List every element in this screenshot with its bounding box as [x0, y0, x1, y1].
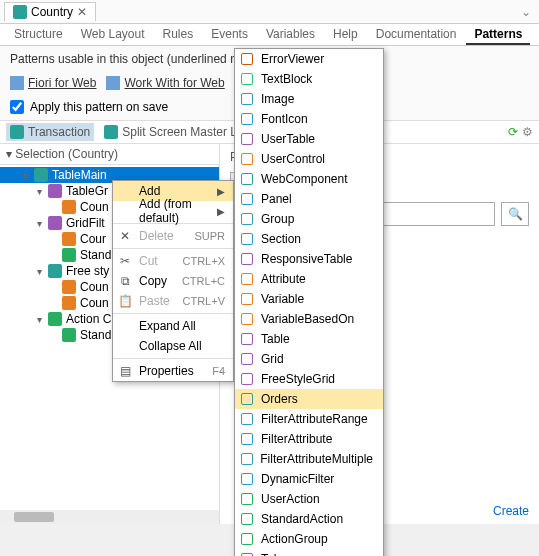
- toolbar-item-label: Transaction: [28, 125, 90, 139]
- add-item-section[interactable]: Section: [235, 229, 383, 249]
- tree-item-label: Coun: [80, 280, 109, 294]
- add-item-label: FilterAttributeMultiple: [260, 452, 373, 466]
- expand-icon[interactable]: ▾: [34, 218, 44, 229]
- ctx-icon: ✕: [117, 229, 133, 243]
- expand-icon[interactable]: ▾: [34, 266, 44, 277]
- type-icon: [239, 212, 255, 226]
- add-item-label: Grid: [261, 352, 284, 366]
- tab-structure[interactable]: Structure: [6, 24, 71, 45]
- type-icon: [239, 132, 255, 146]
- expand-icon[interactable]: ▾: [20, 170, 30, 181]
- pattern-link[interactable]: Work With for Web: [106, 76, 224, 90]
- instance-icon: [104, 125, 118, 139]
- tab-variables[interactable]: Variables: [258, 24, 323, 45]
- tree-item-label: Free sty: [66, 264, 109, 278]
- ctx-expand-all[interactable]: Expand All: [113, 316, 233, 336]
- add-item-label: Variable: [261, 292, 304, 306]
- ctx-properties[interactable]: ▤PropertiesF4: [113, 361, 233, 381]
- node-icon: [62, 296, 76, 310]
- add-item-orders[interactable]: Orders: [235, 389, 383, 409]
- add-item-filterattribute[interactable]: FilterAttribute: [235, 429, 383, 449]
- add-item-webcomponent[interactable]: WebComponent: [235, 169, 383, 189]
- apply-label: Apply this pattern on save: [30, 100, 168, 114]
- add-item-usertable[interactable]: UserTable: [235, 129, 383, 149]
- ctx-shortcut: F4: [212, 365, 225, 377]
- type-icon: [239, 332, 255, 346]
- ctx-icon: ✂: [117, 254, 133, 268]
- tree-item-label: Action C: [66, 312, 111, 326]
- add-item-label: UserControl: [261, 152, 325, 166]
- add-item-attribute[interactable]: Attribute: [235, 269, 383, 289]
- add-item-label: Image: [261, 92, 294, 106]
- add-item-usercontrol[interactable]: UserControl: [235, 149, 383, 169]
- document-tab-bar: Country ✕ ⌄: [0, 0, 539, 24]
- pattern-icon: [10, 76, 24, 90]
- tab-patterns[interactable]: Patterns: [466, 24, 530, 45]
- apply-checkbox[interactable]: [10, 100, 24, 114]
- add-item-actiongroup[interactable]: ActionGroup: [235, 529, 383, 549]
- add-item-grid[interactable]: Grid: [235, 349, 383, 369]
- type-icon: [239, 232, 255, 246]
- tab-documentation[interactable]: Documentation: [368, 24, 465, 45]
- ctx-label: Delete: [139, 229, 188, 243]
- toolbar-item[interactable]: Split Screen Master List: [100, 123, 253, 141]
- add-item-panel[interactable]: Panel: [235, 189, 383, 209]
- add-item-tabs[interactable]: Tabs: [235, 549, 383, 556]
- ctx-copy[interactable]: ⧉CopyCTRL+C: [113, 271, 233, 291]
- add-item-freestylegrid[interactable]: FreeStyleGrid: [235, 369, 383, 389]
- chevron-down-icon[interactable]: ⌄: [521, 5, 531, 19]
- ctx-label: Properties: [139, 364, 206, 378]
- ctx-cut: ✂CutCTRL+X: [113, 251, 233, 271]
- add-item-label: FreeStyleGrid: [261, 372, 335, 386]
- node-icon: [62, 200, 76, 214]
- document-tab[interactable]: Country ✕: [4, 2, 96, 21]
- ctx-label: Add (from default): [139, 197, 211, 225]
- add-item-textblock[interactable]: TextBlock: [235, 69, 383, 89]
- type-icon: [239, 452, 254, 466]
- pattern-link[interactable]: Fiori for Web: [10, 76, 96, 90]
- tab-rules[interactable]: Rules: [155, 24, 202, 45]
- tab-help[interactable]: Help: [325, 24, 366, 45]
- tree-item-label: Coun: [80, 200, 109, 214]
- expand-icon[interactable]: ▾: [34, 314, 44, 325]
- type-icon: [239, 372, 255, 386]
- type-icon: [239, 432, 255, 446]
- tree-scrollbar[interactable]: [0, 510, 219, 524]
- add-submenu[interactable]: ErrorViewerTextBlockImageFontIconUserTab…: [234, 48, 384, 556]
- type-icon: [239, 512, 255, 526]
- add-item-filterattributemultiple[interactable]: FilterAttributeMultiple: [235, 449, 383, 469]
- ctx-label: Cut: [139, 254, 177, 268]
- add-item-image[interactable]: Image: [235, 89, 383, 109]
- tree-item-label: Coun: [80, 296, 109, 310]
- create-link[interactable]: Create: [493, 504, 529, 518]
- ctx-add-from-default-[interactable]: Add (from default)▶: [113, 201, 233, 221]
- type-icon: [239, 352, 255, 366]
- add-item-standardaction[interactable]: StandardAction: [235, 509, 383, 529]
- add-item-dynamicfilter[interactable]: DynamicFilter: [235, 469, 383, 489]
- add-item-fonticon[interactable]: FontIcon: [235, 109, 383, 129]
- toolbar-item-label: Split Screen Master List: [122, 125, 249, 139]
- refresh-icon[interactable]: ⟳: [508, 125, 518, 139]
- tab-web-layout[interactable]: Web Layout: [73, 24, 153, 45]
- expand-icon[interactable]: ▾: [34, 186, 44, 197]
- context-menu[interactable]: Add▶Add (from default)▶✕DeleteSUPR✂CutCT…: [112, 180, 234, 382]
- toolbar-item[interactable]: Transaction: [6, 123, 94, 141]
- add-item-useraction[interactable]: UserAction: [235, 489, 383, 509]
- gear-icon[interactable]: ⚙: [522, 125, 533, 139]
- close-icon[interactable]: ✕: [77, 5, 87, 19]
- add-item-errorviewer[interactable]: ErrorViewer: [235, 49, 383, 69]
- ctx-paste: 📋PasteCTRL+V: [113, 291, 233, 311]
- add-item-group[interactable]: Group: [235, 209, 383, 229]
- ctx-collapse-all[interactable]: Collapse All: [113, 336, 233, 356]
- add-item-responsivetable[interactable]: ResponsiveTable: [235, 249, 383, 269]
- ctx-label: Copy: [139, 274, 176, 288]
- search-button[interactable]: 🔍: [501, 202, 529, 226]
- add-item-variable[interactable]: Variable: [235, 289, 383, 309]
- add-item-variablebasedon[interactable]: VariableBasedOn: [235, 309, 383, 329]
- tab-events[interactable]: Events: [203, 24, 256, 45]
- add-item-table[interactable]: Table: [235, 329, 383, 349]
- tree-item-label: TableMain: [52, 168, 107, 182]
- add-item-filterattributerange[interactable]: FilterAttributeRange: [235, 409, 383, 429]
- add-item-label: Section: [261, 232, 301, 246]
- type-icon: [239, 112, 255, 126]
